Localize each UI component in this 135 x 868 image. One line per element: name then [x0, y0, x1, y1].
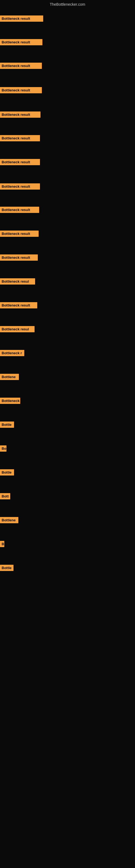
bottleneck-result-item[interactable]: Bottleneck resul — [0, 278, 35, 284]
bottleneck-result-item[interactable]: Bott — [0, 493, 10, 499]
site-title: TheBottlenecker.com — [0, 0, 135, 8]
bottleneck-result-item[interactable]: Bo — [0, 445, 6, 452]
bottleneck-result-item[interactable]: Bottleneck result — [0, 63, 42, 69]
bottleneck-result-item[interactable]: Bottleneck result — [0, 39, 42, 45]
bottleneck-result-item[interactable]: Bottleneck result — [0, 16, 43, 22]
bottleneck-result-item[interactable]: Bottleneck result — [0, 230, 39, 237]
bottleneck-result-item[interactable]: B — [0, 541, 4, 547]
bottleneck-result-item[interactable]: Bottleneck result — [0, 183, 40, 190]
bottleneck-result-item[interactable]: Bottlene — [0, 517, 18, 523]
bottleneck-result-item[interactable]: Bottleneck result — [0, 254, 38, 261]
bottleneck-result-item[interactable]: Bottleneck result — [0, 112, 41, 118]
bottleneck-result-item[interactable]: Bottleneck result — [0, 302, 37, 308]
bottleneck-result-item[interactable]: Bottle — [0, 422, 14, 428]
bottleneck-result-item[interactable]: Bottle — [0, 565, 13, 571]
bottleneck-result-item[interactable]: Bottleneck result — [0, 87, 42, 93]
bottleneck-result-item[interactable]: Bottleneck resul — [0, 326, 35, 332]
bottleneck-result-item[interactable]: Bottleneck result — [0, 207, 39, 213]
bottleneck-result-item[interactable]: Bottleneck result — [0, 135, 40, 141]
bottleneck-result-item[interactable]: Bottlene — [0, 374, 19, 380]
bottleneck-result-item[interactable]: Bottle — [0, 469, 14, 475]
bottleneck-result-item[interactable]: Bottleneck — [0, 398, 20, 404]
bottleneck-result-item[interactable]: Bottleneck result — [0, 159, 40, 165]
bottleneck-result-item[interactable]: Bottleneck r — [0, 350, 24, 356]
